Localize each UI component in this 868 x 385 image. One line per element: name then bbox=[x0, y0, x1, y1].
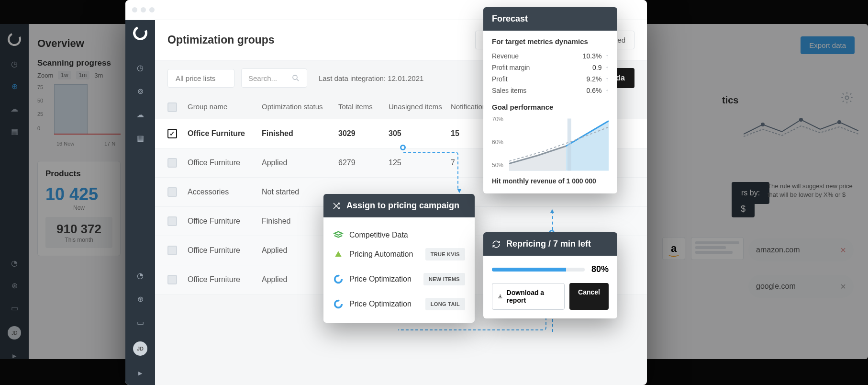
row-checkbox[interactable] bbox=[167, 216, 177, 226]
search-icon bbox=[291, 74, 300, 82]
target-icon[interactable]: ⊚ bbox=[135, 87, 145, 96]
select-all-checkbox[interactable] bbox=[167, 102, 177, 112]
assign-label: Price Optimization bbox=[349, 275, 418, 283]
col-unassigned: Unasigned items bbox=[389, 102, 451, 112]
cell-unassigned: 125 bbox=[389, 159, 451, 167]
metric-row: Profit margin0.9↑ bbox=[492, 62, 609, 73]
progress-row: 80% bbox=[492, 264, 609, 274]
stack-icon bbox=[333, 230, 344, 240]
svg-rect-10 bbox=[568, 119, 571, 171]
zoom-1m: 1m bbox=[76, 71, 90, 79]
metric-row: Revenue10.3%↑ bbox=[492, 50, 609, 62]
assign-item[interactable]: Price Optimization LONG TAIL bbox=[333, 294, 465, 314]
scan-progress-card: Scanning progress Zoom 1w 1m 3m 75 50 25… bbox=[37, 58, 121, 147]
clock-icon: ◷ bbox=[11, 59, 18, 68]
repricing-panel: Repricing / 7 min left 80% Download a re… bbox=[483, 232, 617, 318]
main-nav-rail: ◷ ⊚ ☁ ▦ ◔ ⊛ ▭ JD ▶ bbox=[125, 20, 155, 385]
briefcase-icon[interactable]: ▭ bbox=[135, 318, 145, 327]
triangle-icon bbox=[333, 249, 344, 260]
row-checkbox[interactable] bbox=[167, 129, 177, 138]
calendar-icon: ▦ bbox=[11, 127, 18, 136]
bell-icon[interactable]: ◔ bbox=[135, 271, 145, 280]
logo-icon bbox=[131, 24, 149, 42]
arrow-up-icon: ▲ bbox=[549, 207, 556, 215]
close-icon: × bbox=[840, 281, 846, 292]
repricing-title: Repricing / 7 min left bbox=[506, 239, 591, 249]
globe-icon: ⊕ bbox=[11, 82, 18, 91]
connector-dot bbox=[400, 145, 406, 150]
xtick: 17 N bbox=[104, 141, 115, 147]
rule-description: The rule will suggest new price that wil… bbox=[768, 182, 854, 199]
assign-label: Competitive Data bbox=[349, 231, 465, 239]
arrow-down-icon: ▼ bbox=[456, 187, 463, 194]
svg-point-2 bbox=[799, 118, 803, 122]
assign-item[interactable]: Pricing Automation TRUE KVIS bbox=[333, 244, 465, 264]
goal-note: Hit monthly revenue of 1 000 000 bbox=[492, 177, 609, 185]
close-icon: × bbox=[840, 245, 846, 256]
col-name: Group name bbox=[188, 102, 262, 112]
scan-progress-title: Scanning progress bbox=[37, 58, 121, 68]
row-checkbox[interactable] bbox=[167, 158, 177, 168]
calendar-icon[interactable]: ▦ bbox=[135, 134, 145, 143]
cloud-icon[interactable]: ☁ bbox=[135, 110, 145, 119]
svg-line-5 bbox=[297, 79, 299, 81]
row-checkbox[interactable] bbox=[167, 246, 177, 255]
cell-status: Applied bbox=[262, 159, 338, 167]
cell-total: 3029 bbox=[338, 129, 389, 138]
svg-point-4 bbox=[293, 75, 297, 79]
assign-item[interactable]: Competitive Data bbox=[333, 226, 465, 244]
products-month-label: This month bbox=[50, 237, 108, 243]
assign-label: Price Optimization bbox=[349, 300, 420, 308]
price-list-select[interactable]: All price lists bbox=[167, 69, 234, 88]
assign-item[interactable]: Price Optimization NEW ITEMS bbox=[333, 269, 465, 289]
cell-name: Office Furniture bbox=[188, 217, 262, 226]
row-checkbox[interactable] bbox=[167, 275, 177, 284]
sparkline bbox=[744, 113, 858, 146]
shuffle-icon bbox=[332, 202, 341, 210]
download-report-button[interactable]: Download a report bbox=[492, 283, 565, 310]
chevron-right-icon[interactable]: ▶ bbox=[138, 370, 142, 376]
avatar[interactable]: JD bbox=[133, 341, 147, 356]
gear-icon[interactable]: ⊛ bbox=[135, 294, 145, 304]
svg-point-3 bbox=[837, 120, 841, 124]
bg-overview-window: ◷ ⊕ ☁ ▦ ◔ ⊛ ▭ JD ▶ Overview Scanning pro… bbox=[0, 24, 129, 359]
refresh-icon bbox=[492, 240, 501, 249]
briefcase-icon: ▭ bbox=[11, 304, 18, 313]
col-total: Total items bbox=[338, 102, 389, 112]
cancel-button[interactable]: Cancel bbox=[569, 283, 609, 310]
arrow-up-icon: ↑ bbox=[606, 76, 609, 83]
arrow-up-icon: ↑ bbox=[606, 87, 609, 94]
metric-row: Profit9.2%↑ bbox=[492, 73, 609, 85]
cell-name: Office Furniture bbox=[188, 129, 262, 138]
page-title: Optimization groups bbox=[167, 34, 475, 46]
zoom-label: Zoom bbox=[37, 72, 53, 79]
ring-icon bbox=[333, 274, 344, 284]
assign-campaign-panel: Assign to pricing campaign Competitive D… bbox=[323, 194, 475, 323]
scan-chart: 75 50 25 0 16 Now 17 N bbox=[37, 84, 121, 147]
products-month-value: 910 372 bbox=[50, 222, 108, 237]
svg-point-0 bbox=[846, 96, 849, 100]
download-icon bbox=[497, 293, 503, 300]
competitor-google: google.com × bbox=[748, 275, 854, 298]
competitor-label: amazon.com bbox=[756, 246, 800, 254]
progress-percent: 80% bbox=[591, 264, 609, 274]
products-title: Products bbox=[45, 169, 112, 179]
svg-point-1 bbox=[761, 123, 765, 126]
gear-icon bbox=[840, 91, 854, 106]
assign-badge: TRUE KVIS bbox=[425, 248, 465, 260]
search-input[interactable]: Search... bbox=[241, 68, 307, 88]
ytick: 50% bbox=[492, 162, 503, 169]
assign-badge: LONG TAIL bbox=[425, 298, 465, 310]
clock-icon[interactable]: ◷ bbox=[135, 63, 145, 72]
cell-name: Office Furniture bbox=[188, 159, 262, 167]
competitor-amazon: amazon.com × bbox=[748, 238, 854, 261]
metric-row: Sales items0.6%↑ bbox=[492, 85, 609, 96]
export-button: Export data bbox=[801, 36, 855, 54]
row-checkbox[interactable] bbox=[167, 187, 177, 197]
ytick: 60% bbox=[492, 139, 503, 146]
ytick: 0 bbox=[37, 125, 40, 131]
arrow-up-icon: ↑ bbox=[606, 53, 609, 60]
col-status: Optimization status bbox=[262, 102, 338, 112]
bell-icon: ◔ bbox=[11, 259, 18, 268]
amazon-icon: a bbox=[662, 237, 685, 260]
